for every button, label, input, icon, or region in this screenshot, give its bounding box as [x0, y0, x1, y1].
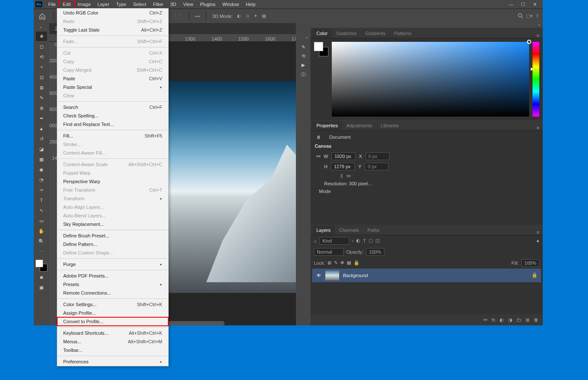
move-tool[interactable]: ✥: [36, 32, 47, 41]
menu-plugins[interactable]: Plugins: [196, 0, 219, 8]
distribute-icon[interactable]: ⋮⋮: [173, 13, 183, 19]
menu-item-check-spelling[interactable]: Check Spelling...: [57, 111, 168, 120]
delete-icon[interactable]: 🗑: [534, 317, 538, 322]
collapse-icon[interactable]: »: [34, 26, 49, 31]
collapse-icon[interactable]: «: [296, 36, 310, 41]
brush-panel-icon[interactable]: ✎: [301, 44, 305, 50]
lock-icon[interactable]: ▦: [347, 260, 351, 266]
menu-item-preferences[interactable]: Preferences: [57, 357, 168, 366]
path-tool[interactable]: ↖: [36, 206, 47, 215]
3d-icon[interactable]: ▦: [262, 13, 266, 19]
hand-tool[interactable]: ✋: [36, 226, 47, 236]
blur-tool[interactable]: ◉: [36, 165, 47, 174]
menu-file[interactable]: File: [45, 0, 59, 8]
wand-tool[interactable]: ✧: [36, 62, 47, 72]
3d-icon[interactable]: ✦: [254, 13, 257, 19]
lock-icon[interactable]: ⊠: [328, 260, 331, 266]
kind-filter[interactable]: Kind: [319, 237, 349, 245]
menu-item-remote-connections[interactable]: Remote Connections...: [57, 289, 168, 297]
eyedropper-tool[interactable]: ✎: [36, 93, 47, 102]
maximize-icon[interactable]: ☐: [521, 2, 525, 7]
marquee-tool[interactable]: ◻: [36, 42, 47, 51]
history-brush-tool[interactable]: ↺: [36, 134, 47, 143]
width-field[interactable]: 1920 px: [331, 152, 355, 160]
portrait-icon[interactable]: ▯: [340, 173, 343, 178]
info-panel-icon[interactable]: ⓘ: [301, 71, 306, 78]
tab-gradients[interactable]: Gradients: [361, 29, 390, 38]
3d-icon[interactable]: ◐: [237, 13, 241, 19]
tab-swatches[interactable]: Swatches: [332, 29, 361, 38]
menu-item-presets[interactable]: Presets: [57, 280, 168, 289]
home-button[interactable]: [37, 11, 47, 21]
menu-item-define-brush-preset[interactable]: Define Brush Preset...: [57, 231, 168, 240]
lasso-tool[interactable]: ⟲: [36, 52, 47, 61]
menu-item-undo-rgb-color[interactable]: Undo RGB ColorCtrl+Z: [57, 9, 168, 17]
filter-toggle-icon[interactable]: ●: [536, 238, 539, 243]
fg-bg-swatch[interactable]: [314, 42, 328, 56]
group-icon[interactable]: 🗀: [517, 317, 521, 322]
hue-slider[interactable]: [532, 42, 539, 117]
height-field[interactable]: 1279 px: [331, 163, 355, 170]
filter-type-icon[interactable]: ▫: [352, 238, 354, 243]
shape-tool[interactable]: ▭: [36, 216, 47, 225]
filter-type-icon[interactable]: ▢: [369, 238, 373, 243]
menu-item-toolbar[interactable]: Toolbar...: [57, 346, 168, 354]
tab-layers[interactable]: Layers: [312, 225, 335, 235]
adjustment-icon[interactable]: ◑: [508, 317, 512, 323]
zoom-tool[interactable]: 🔍: [36, 237, 47, 246]
menu-item-convert-to-profile[interactable]: Convert to Profile...: [57, 317, 168, 326]
tab-channels[interactable]: Channels: [335, 225, 363, 235]
menu-select[interactable]: Select: [130, 0, 150, 8]
menu-item-paste[interactable]: PasteCtrl+V: [57, 74, 168, 83]
menu-item-adobe-pdf-presets[interactable]: Adobe PDF Presets...: [57, 272, 168, 280]
minimize-icon[interactable]: —: [509, 2, 513, 7]
fg-bg-colors[interactable]: [35, 260, 47, 272]
gradient-tool[interactable]: ▦: [36, 155, 47, 164]
stamp-tool[interactable]: ▲: [36, 124, 47, 133]
workspace-icon[interactable]: ▢▾: [526, 13, 533, 19]
menu-item-search[interactable]: SearchCtrl+F: [57, 103, 168, 111]
panel-menu-icon[interactable]: ≡: [533, 33, 543, 38]
filter-type-icon[interactable]: T: [363, 238, 366, 243]
3d-icon[interactable]: ⊙: [246, 13, 249, 19]
fx-icon[interactable]: fx: [491, 317, 495, 322]
color-field[interactable]: [332, 42, 529, 117]
link-layers-icon[interactable]: ⚯: [483, 317, 487, 323]
share-icon[interactable]: ⇪: [535, 13, 539, 19]
menu-3d[interactable]: 3D: [167, 0, 180, 8]
tab-adjustments[interactable]: Adjustments: [342, 121, 377, 130]
crop-tool[interactable]: ⊡: [36, 73, 47, 82]
filter-type-icon[interactable]: ◐: [356, 238, 360, 243]
search-icon[interactable]: [518, 13, 524, 20]
menu-item-find-and-replace-text[interactable]: Find and Replace Text...: [57, 120, 168, 129]
menu-type[interactable]: Type: [113, 0, 130, 8]
menu-help[interactable]: Help: [243, 0, 259, 8]
pen-tool[interactable]: ✑: [36, 185, 47, 195]
visibility-icon[interactable]: 👁: [316, 273, 322, 278]
filter-type-icon[interactable]: ◫: [375, 238, 380, 243]
tab-properties[interactable]: Properties: [312, 121, 342, 130]
menu-item-sky-replacement[interactable]: Sky Replacement...: [57, 220, 168, 228]
menu-item-assign-profile[interactable]: Assign Profile...: [57, 309, 168, 317]
landscape-icon[interactable]: ▭: [346, 173, 351, 178]
panel-menu-icon[interactable]: ≡: [533, 230, 543, 235]
menu-item-fill[interactable]: Fill...Shift+F5: [57, 132, 168, 140]
screenmode-icon[interactable]: ▣: [36, 283, 47, 292]
brush-tool[interactable]: ✒: [36, 114, 47, 123]
dodge-tool[interactable]: ◔: [36, 175, 47, 184]
more-icon[interactable]: •••: [195, 14, 200, 19]
menu-image[interactable]: Image: [74, 0, 94, 8]
new-layer-icon[interactable]: ⊞: [526, 317, 529, 323]
blend-mode-select[interactable]: Normal: [314, 248, 344, 256]
menu-layer[interactable]: Layer: [94, 0, 113, 8]
menu-item-perspective-warp[interactable]: Perspective Warp: [57, 177, 168, 186]
tab-color[interactable]: Color: [312, 29, 332, 38]
history-panel-icon[interactable]: ⟲: [301, 53, 305, 59]
frame-tool[interactable]: ⊠: [36, 83, 47, 92]
menu-item-define-pattern[interactable]: Define Pattern...: [57, 240, 168, 248]
menu-window[interactable]: Window: [219, 0, 243, 8]
filter-icon[interactable]: ⌕: [314, 238, 317, 243]
menu-edit[interactable]: Edit: [59, 0, 74, 8]
edit-toolbar-icon[interactable]: ⋯: [36, 247, 47, 256]
tab-patterns[interactable]: Patterns: [390, 29, 416, 38]
